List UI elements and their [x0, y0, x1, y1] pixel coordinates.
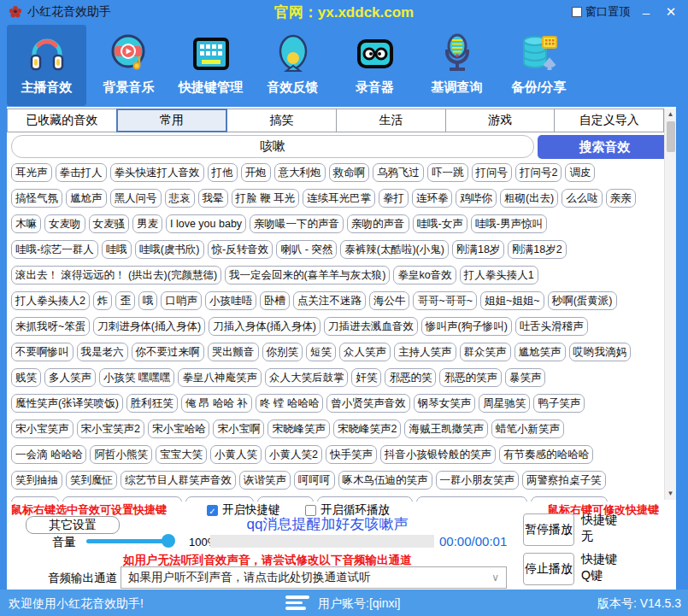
- sound-effect-button[interactable]: 钢琴女笑声: [414, 394, 476, 413]
- pause-button[interactable]: 暂停播放: [523, 513, 574, 546]
- search-input[interactable]: [11, 135, 534, 158]
- tab-common[interactable]: 常用: [116, 109, 228, 132]
- sound-effect-button[interactable]: 哭出颤音: [208, 343, 259, 361]
- sound-effect-button[interactable]: 一会滴 哈哈哈: [11, 445, 86, 464]
- sound-effect-button[interactable]: 乌鸦飞过: [373, 163, 424, 182]
- scroll-down-icon[interactable]: [665, 488, 676, 500]
- sound-effect-button[interactable]: 你别笑: [262, 343, 303, 361]
- sound-effect-button[interactable]: 粗砌(出去): [500, 189, 558, 208]
- search-button[interactable]: 搜索音效: [538, 135, 672, 159]
- sound-effect-button[interactable]: 姐姐~姐姐~: [480, 291, 544, 310]
- toolbar-item-hotkey-manager[interactable]: 快捷键管理: [171, 25, 250, 106]
- sound-effect-button[interactable]: 木嘛: [11, 214, 41, 233]
- sound-effect-button[interactable]: 哇哦: [102, 240, 132, 259]
- sound-effect-button[interactable]: 哎哟我滴妈: [569, 343, 632, 361]
- sound-effect-button[interactable]: 笑到魔怔: [66, 471, 117, 490]
- sound-effect-button[interactable]: 我一定会回来的(喜羊羊与灰太狼): [225, 266, 390, 285]
- toolbar-item-pitch-query[interactable]: 基调查询: [417, 25, 497, 106]
- sound-effect-button[interactable]: 两警察拍桌子笑: [522, 471, 606, 490]
- sound-effect-button[interactable]: 歪: [115, 291, 135, 310]
- sound-effect-button[interactable]: 意大利炮: [274, 163, 326, 182]
- window-pin-checkbox[interactable]: [572, 7, 582, 17]
- sound-effect-button[interactable]: 众人笑声: [339, 343, 391, 361]
- sound-effect-button[interactable]: 宝宝大笑: [156, 445, 207, 464]
- sound-effect-button[interactable]: 短笑: [306, 343, 336, 361]
- sound-effect-button[interactable]: 打人拳头揍人2: [11, 291, 90, 310]
- sound-effect-button[interactable]: 贱笑: [11, 368, 41, 387]
- sound-effect-button[interactable]: 么么哒: [562, 189, 603, 208]
- sound-effect-button[interactable]: 多人笑声: [44, 368, 96, 387]
- sound-effect-button[interactable]: 拳头快速打人音效: [110, 163, 204, 182]
- sound-effect-button[interactable]: 暴笑声: [505, 368, 546, 387]
- sound-effect-button[interactable]: 拳皇ko音效: [393, 266, 456, 285]
- sound-effect-button[interactable]: 泰裤辣(太酷啦)(小鬼): [340, 240, 449, 259]
- sound-effect-button[interactable]: 邪恶的笑: [385, 368, 436, 387]
- sound-effect-button[interactable]: 哦: [138, 291, 158, 310]
- sound-effect-button[interactable]: 哇哦-女声: [413, 214, 467, 233]
- sound-effect-button[interactable]: 刀插进去溅血音效: [324, 317, 418, 336]
- sound-effect-button[interactable]: 悲哀: [165, 189, 195, 208]
- sound-effect-button[interactable]: 宋小宝哈哈: [148, 419, 210, 438]
- sound-effect-button[interactable]: 哇哦-综艺一群人: [11, 240, 98, 259]
- sound-effect-button[interactable]: 快手笑声: [326, 445, 377, 464]
- sound-effect-button[interactable]: 有节奏感的哈哈哈: [499, 445, 593, 464]
- sound-effect-button[interactable]: 小孩哇唔: [205, 291, 256, 310]
- sound-effect-button[interactable]: 周星驰笑: [479, 394, 530, 413]
- other-settings-button[interactable]: 其它设置: [26, 516, 120, 534]
- toolbar-item-sound-feedback[interactable]: 音效反馈: [253, 25, 332, 106]
- sound-effect-button[interactable]: 打问号: [472, 163, 513, 182]
- sound-effect-button[interactable]: 调皮: [565, 163, 595, 182]
- sound-effect-button[interactable]: 点关注不迷路: [293, 291, 366, 310]
- sound-effect-button[interactable]: 打脸 鞭 耳光: [232, 189, 299, 208]
- tab-game[interactable]: 游戏: [445, 109, 556, 132]
- sound-effect-button[interactable]: 拳打: [379, 189, 409, 208]
- sound-effect-button[interactable]: 尴尬声: [66, 189, 107, 208]
- scrollbar-thumb[interactable]: [667, 121, 675, 152]
- sound-effect-button[interactable]: 邪恶的笑声: [439, 368, 502, 387]
- sound-effect-button[interactable]: 魔性笑声(张译笑喷饭): [11, 394, 123, 413]
- sound-effect-button[interactable]: 亲吻的声音: [347, 214, 409, 233]
- sound-effect-button[interactable]: 耳光声: [11, 163, 52, 182]
- sound-effect-button[interactable]: 我晕: [198, 189, 228, 208]
- sound-effect-button[interactable]: 你不要过来啊: [132, 343, 204, 361]
- sound-effect-button[interactable]: 开炮: [241, 163, 271, 182]
- sound-effect-button[interactable]: 宋小宝啊: [213, 419, 264, 438]
- sound-effect-button[interactable]: 群众笑声: [460, 343, 511, 361]
- sound-effect-button[interactable]: 鸭子笑声: [533, 394, 585, 413]
- sound-effect-button[interactable]: 海公牛: [369, 291, 410, 310]
- sound-effect-button[interactable]: 宋小宝笑声: [11, 419, 74, 438]
- sound-effect-button[interactable]: 鸡哔你: [456, 189, 497, 208]
- sound-effect-button[interactable]: 蜡笔小新笑声: [491, 419, 564, 438]
- toolbar-item-recorder[interactable]: 录音器: [335, 25, 415, 106]
- sound-effect-button[interactable]: 滚出去！ 滚得远远的！ (拱出去)(完颜慧德): [11, 266, 221, 285]
- sound-effect-button[interactable]: 俺 昂 哈哈 补: [181, 394, 252, 413]
- slider-thumb[interactable]: [162, 534, 175, 548]
- sound-effect-button[interactable]: 男麦: [132, 214, 162, 233]
- sound-effect-button[interactable]: 打问号2: [515, 163, 562, 182]
- sound-effect-button[interactable]: 曾小贤笑声音效: [326, 394, 410, 413]
- sound-effect-button[interactable]: 刀插入身体(捅入身体): [209, 317, 320, 336]
- toolbar-item-background-music[interactable]: 背景音乐: [89, 25, 168, 106]
- sound-effect-button[interactable]: 宋小宝笑声2: [77, 419, 144, 438]
- sound-effect-button[interactable]: 惨叫声(狗子惨叫): [421, 317, 512, 336]
- menu-icon[interactable]: [285, 595, 309, 613]
- sound-effect-button[interactable]: 众人大笑后鼓掌: [265, 368, 349, 387]
- sound-effect-button[interactable]: 哇哦-男声惊叫: [471, 214, 547, 233]
- sound-effect-button[interactable]: 秒啊(蛋黄派): [548, 291, 617, 310]
- sound-effect-button[interactable]: 小黄人笑: [210, 445, 262, 464]
- tab-life[interactable]: 生活: [336, 109, 446, 132]
- minimize-button[interactable]: –: [638, 5, 655, 20]
- sound-effect-button[interactable]: 女麦吻: [44, 214, 85, 233]
- sound-effect-button[interactable]: I love you baby: [166, 214, 246, 233]
- sound-effect-button[interactable]: 喇叭 - 突然: [276, 240, 337, 259]
- sound-effect-button[interactable]: 海贼王凯撒笑声: [404, 419, 488, 438]
- sound-effect-button[interactable]: 刀刺进身体(捅入身体): [93, 317, 205, 336]
- volume-slider[interactable]: [86, 534, 182, 548]
- sound-effect-button[interactable]: 搞怪气氛: [11, 189, 62, 208]
- sound-effect-button[interactable]: 诙谐笑声: [239, 471, 291, 490]
- sound-effect-button[interactable]: 亲吻嘬一下的声音: [250, 214, 344, 233]
- sound-effect-button[interactable]: 宋晓峰笑声: [268, 419, 330, 438]
- sound-effect-button[interactable]: 小孩笑 嘿嘿嘿: [99, 368, 174, 387]
- tab-custom-import[interactable]: 自定义导入: [554, 109, 664, 132]
- sound-effect-button[interactable]: 奸笑: [351, 368, 381, 387]
